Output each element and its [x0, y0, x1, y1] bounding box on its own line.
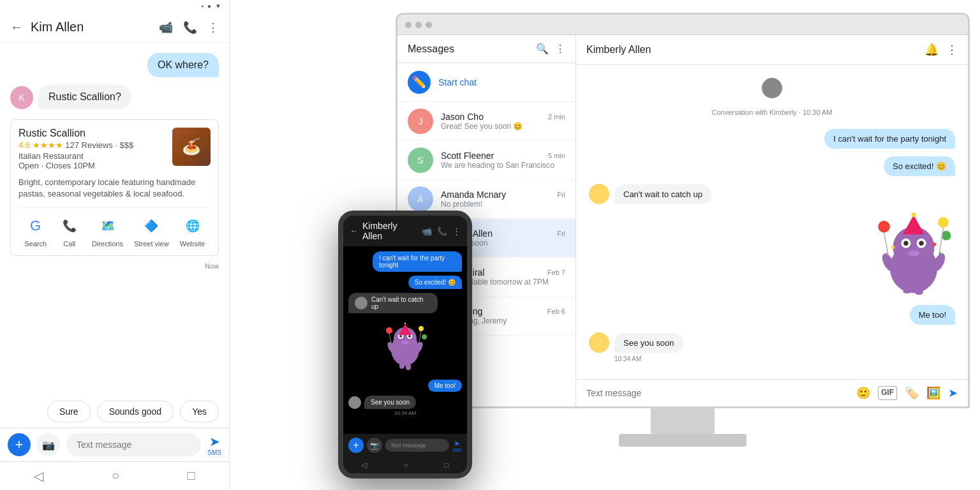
start-chat-item[interactable]: ✏️ Start chat [397, 63, 575, 102]
gif-icon[interactable]: GIF [878, 386, 897, 400]
restaurant-hours: Open · Closes 10PM [19, 161, 133, 170]
chat-input-icons: 🙂 GIF 🏷️ 🖼️ ➤ [856, 386, 958, 400]
amanda-name: Amanda Mcnary [441, 189, 506, 200]
nav-back-icon[interactable]: ◁ [34, 468, 43, 484]
sticker-icon[interactable]: 🏷️ [905, 386, 919, 400]
kim-avatar: K [10, 86, 33, 109]
center-phone-wrapper: ← Kimberly Allen 📹 📞 ⋮ I can't wait for … [338, 211, 472, 479]
svg-point-4 [399, 335, 402, 338]
chat-panel-contact-name: Kimberly Allen [586, 44, 924, 56]
cp-chat-area: I can't wait for the party tonight So ex… [343, 246, 467, 434]
amanda-preview: No problem! [441, 200, 565, 209]
send-icon[interactable]: ➤ [948, 386, 958, 400]
cp-avatar [355, 297, 368, 309]
sidebar-title: Messages [408, 43, 536, 55]
dm-kimberly-avatar [589, 184, 609, 204]
google-search-icon: G [24, 214, 47, 237]
directions-action[interactable]: 🗺️ Directions [92, 214, 123, 248]
emoji-icon[interactable]: 🙂 [856, 386, 870, 400]
cp-text-input[interactable]: Text message [385, 439, 449, 452]
chat-area: OK where? K Rustic Scallion? Rustic Scal… [0, 43, 229, 396]
sidebar-more-icon[interactable]: ⋮ [555, 43, 565, 55]
amanda-info: Amanda Mcnary Fri No problem! [441, 189, 565, 209]
restaurant-card: Rustic Scallion 4.6 ★★★★ 127 Reviews · $… [10, 119, 219, 256]
status-bar: ▪ ● ▼ [0, 0, 229, 12]
sent-bubble-1: OK where? [147, 53, 219, 77]
cp-nav-home[interactable]: ○ [403, 461, 408, 470]
svg-point-26 [911, 212, 916, 217]
street-view-action[interactable]: 🔷 Street view [134, 214, 168, 248]
add-button[interactable]: + [8, 433, 31, 456]
svg-rect-29 [903, 289, 911, 293]
svg-point-37 [933, 242, 937, 246]
cp-nav-recent[interactable]: □ [444, 461, 449, 470]
cp-sent-1: I can't wait for the party tonight [373, 251, 462, 272]
search-action[interactable]: G Search [24, 214, 47, 248]
cp-more-icon[interactable]: ⋮ [452, 226, 461, 236]
scott-avatar: S [408, 147, 433, 173]
smart-reply-sure[interactable]: Sure [47, 401, 91, 422]
dm-me-too: Me too! [910, 305, 955, 325]
image-icon[interactable]: 🖼️ [926, 386, 940, 400]
chat-message-input[interactable] [586, 388, 849, 398]
dm-see-soon-wrapper: See you soon [589, 332, 955, 353]
website-action[interactable]: 🌐 Website [180, 214, 205, 248]
nav-recent-icon[interactable]: □ [188, 468, 195, 484]
svg-point-14 [419, 326, 424, 331]
smart-reply-sounds-good[interactable]: Sounds good [97, 401, 174, 422]
jason-preview: Great! See you soon 😊 [441, 122, 565, 131]
cp-nav-bar: ◁ ○ □ [343, 457, 467, 473]
phone-header: ← Kim Allen 📹 📞 ⋮ [0, 12, 229, 43]
cp-nav-back[interactable]: ◁ [361, 461, 367, 470]
planning-time: Feb 6 [547, 308, 565, 315]
cp-sms-label: SMS [452, 448, 462, 452]
directions-label: Directions [92, 240, 123, 248]
contact-item-scott[interactable]: S Scott Fleener 5 min We are heading to … [397, 141, 575, 180]
cp-back-icon[interactable]: ← [350, 226, 359, 236]
sidebar-icons: 🔍 ⋮ [536, 43, 565, 55]
call-action[interactable]: 📞 Call [58, 214, 81, 248]
cp-send-button[interactable]: ➤ SMS [452, 439, 462, 452]
smart-reply-yes[interactable]: Yes [180, 401, 219, 422]
phone-icon[interactable]: 📞 [183, 20, 197, 34]
card-header: Rustic Scallion 4.6 ★★★★ 127 Reviews · $… [19, 128, 211, 170]
svg-point-38 [939, 252, 942, 255]
sidebar-search-icon[interactable]: 🔍 [536, 43, 549, 55]
cp-phone-icon[interactable]: 📞 [437, 226, 447, 236]
send-sms-button[interactable]: ➤ SMS [207, 434, 221, 456]
message-input[interactable] [66, 433, 201, 456]
svg-point-6 [401, 341, 409, 345]
input-bar: + 📷 ➤ SMS [0, 427, 229, 461]
svg-line-34 [884, 233, 889, 255]
app-content: Messages 🔍 ⋮ ✏️ Start chat J [397, 35, 968, 406]
cp-see-soon-wrapper: See you soon [348, 396, 462, 409]
kimberly-time: Fri [557, 230, 565, 237]
dm-sent-1: I can't wait for the party tonight [824, 129, 955, 149]
chat-more-icon[interactable]: ⋮ [946, 43, 958, 57]
received-bubble-1: Rustic Scallion? [38, 85, 131, 109]
cp-contact-name: Kimberly Allen [362, 221, 418, 241]
cp-camera-button[interactable]: 📷 [367, 438, 382, 453]
start-chat-label: Start chat [438, 77, 477, 87]
cp-add-button[interactable]: + [348, 438, 364, 453]
dm-sticker-area [872, 212, 955, 297]
dm-sent-2: So excited! 😊 [884, 156, 955, 176]
center-phone: ← Kimberly Allen 📹 📞 ⋮ I can't wait for … [338, 211, 472, 479]
left-phone: ▪ ● ▼ ← Kim Allen 📹 📞 ⋮ OK where? K Rust… [0, 0, 230, 490]
bell-icon[interactable]: 🔔 [924, 43, 939, 57]
svg-point-15 [422, 334, 427, 339]
start-chat-icon: ✏️ [408, 71, 431, 94]
svg-marker-25 [903, 215, 924, 235]
more-options-icon[interactable]: ⋮ [207, 20, 219, 34]
back-arrow-icon[interactable]: ← [10, 20, 23, 34]
contact-item-jason[interactable]: J Jason Cho 2 min Great! See you soon 😊 [397, 102, 575, 141]
video-call-icon[interactable]: 📹 [159, 20, 173, 34]
header-actions: 📹 📞 ⋮ [159, 20, 219, 34]
send-icon: ➤ [209, 434, 220, 449]
cp-input-bar: + 📷 Text message ➤ SMS [343, 434, 467, 457]
cp-video-icon[interactable]: 📹 [422, 226, 432, 236]
restaurant-name: Rustic Scallion [19, 128, 133, 139]
nav-home-icon[interactable]: ○ [112, 468, 119, 484]
camera-button[interactable]: 📷 [37, 433, 60, 456]
svg-point-31 [878, 221, 890, 233]
